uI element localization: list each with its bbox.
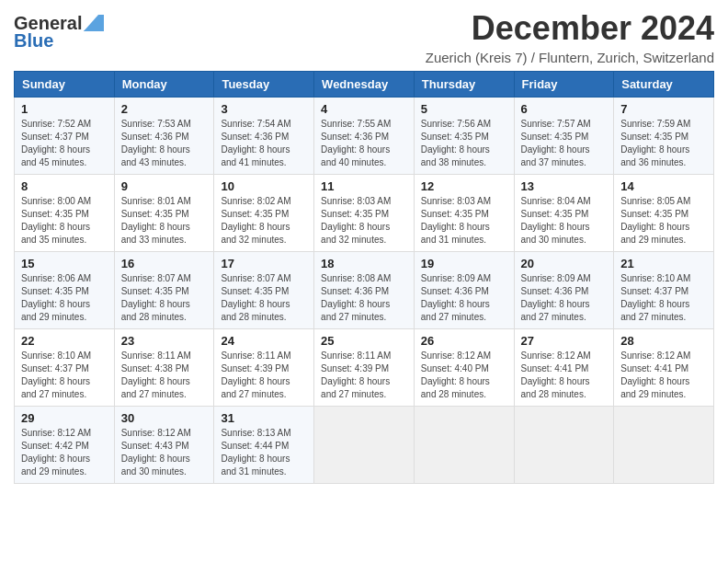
svg-marker-1 [84,15,104,31]
calendar-week-5: 29Sunrise: 8:12 AMSunset: 4:42 PMDayligh… [15,407,714,484]
day-info: Sunrise: 7:53 AMSunset: 4:36 PMDaylight:… [121,118,208,169]
day-number: 20 [521,257,608,270]
day-number: 23 [121,334,208,348]
calendar-cell: 26Sunrise: 8:12 AMSunset: 4:40 PMDayligh… [414,329,514,407]
day-number: 17 [221,257,307,270]
calendar-cell: 22Sunrise: 8:10 AMSunset: 4:37 PMDayligh… [15,329,115,407]
calendar-week-1: 1Sunrise: 7:52 AMSunset: 4:37 PMDaylight… [15,98,714,175]
calendar-cell: 8Sunrise: 8:00 AMSunset: 4:35 PMDaylight… [15,175,115,252]
day-number: 7 [620,102,707,116]
day-number: 24 [221,334,307,348]
day-info: Sunrise: 8:10 AMSunset: 4:37 PMDaylight:… [620,272,707,324]
calendar-cell: 12Sunrise: 8:03 AMSunset: 4:35 PMDayligh… [414,175,514,252]
calendar-cell: 27Sunrise: 8:12 AMSunset: 4:41 PMDayligh… [514,329,614,407]
header-wednesday: Wednesday [314,72,415,98]
calendar-week-2: 8Sunrise: 8:00 AMSunset: 4:35 PMDaylight… [15,175,714,252]
calendar-cell: 24Sunrise: 8:11 AMSunset: 4:39 PMDayligh… [214,329,314,407]
calendar-cell [614,407,714,484]
header-tuesday: Tuesday [214,72,314,98]
calendar-cell: 15Sunrise: 8:06 AMSunset: 4:35 PMDayligh… [15,252,115,329]
calendar-header-row: SundayMondayTuesdayWednesdayThursdayFrid… [15,72,714,98]
header-monday: Monday [114,72,214,98]
title-area: December 2024 Zuerich (Kreis 7) / Flunte… [426,9,714,65]
calendar-cell: 5Sunrise: 7:56 AMSunset: 4:35 PMDaylight… [414,98,514,175]
day-number: 30 [121,411,208,425]
calendar-cell: 7Sunrise: 7:59 AMSunset: 4:35 PMDaylight… [614,98,714,175]
day-info: Sunrise: 8:04 AMSunset: 4:35 PMDaylight:… [521,195,608,247]
day-info: Sunrise: 8:02 AMSunset: 4:35 PMDaylight:… [221,195,307,247]
day-number: 28 [620,334,707,348]
day-info: Sunrise: 8:12 AMSunset: 4:41 PMDaylight:… [521,350,608,401]
day-number: 11 [321,179,407,193]
month-title: December 2024 [426,9,714,48]
location-subtitle: Zuerich (Kreis 7) / Fluntern, Zurich, Sw… [426,50,714,65]
day-info: Sunrise: 7:54 AMSunset: 4:36 PMDaylight:… [221,118,307,169]
day-number: 13 [521,179,608,193]
calendar-cell: 3Sunrise: 7:54 AMSunset: 4:36 PMDaylight… [214,98,314,175]
day-info: Sunrise: 8:11 AMSunset: 4:39 PMDaylight:… [221,350,307,401]
day-number: 8 [21,179,108,193]
calendar-cell: 11Sunrise: 8:03 AMSunset: 4:35 PMDayligh… [314,175,415,252]
calendar-cell: 21Sunrise: 8:10 AMSunset: 4:37 PMDayligh… [614,252,714,329]
calendar-cell: 18Sunrise: 8:08 AMSunset: 4:36 PMDayligh… [314,252,415,329]
day-info: Sunrise: 8:12 AMSunset: 4:40 PMDaylight:… [421,350,507,401]
day-number: 21 [620,257,707,270]
logo: General Blue [14,13,104,52]
calendar-cell: 28Sunrise: 8:12 AMSunset: 4:41 PMDayligh… [614,329,714,407]
calendar-cell: 2Sunrise: 7:53 AMSunset: 4:36 PMDaylight… [114,98,214,175]
calendar-cell: 20Sunrise: 8:09 AMSunset: 4:36 PMDayligh… [514,252,614,329]
day-info: Sunrise: 8:12 AMSunset: 4:41 PMDaylight:… [620,350,707,401]
day-info: Sunrise: 8:13 AMSunset: 4:44 PMDaylight:… [221,427,307,478]
calendar-cell: 13Sunrise: 8:04 AMSunset: 4:35 PMDayligh… [514,175,614,252]
calendar-cell: 10Sunrise: 8:02 AMSunset: 4:35 PMDayligh… [214,175,314,252]
day-number: 9 [121,179,208,193]
day-number: 10 [221,179,307,193]
logo-blue-text: Blue [14,30,53,52]
day-number: 26 [421,334,507,348]
day-number: 5 [421,102,507,116]
calendar-cell: 1Sunrise: 7:52 AMSunset: 4:37 PMDaylight… [15,98,115,175]
calendar-cell: 6Sunrise: 7:57 AMSunset: 4:35 PMDaylight… [514,98,614,175]
day-info: Sunrise: 8:06 AMSunset: 4:35 PMDaylight:… [21,272,108,324]
header-saturday: Saturday [614,72,714,98]
day-info: Sunrise: 8:07 AMSunset: 4:35 PMDaylight:… [121,272,208,324]
calendar-week-4: 22Sunrise: 8:10 AMSunset: 4:37 PMDayligh… [15,329,714,407]
day-info: Sunrise: 8:03 AMSunset: 4:35 PMDaylight:… [421,195,507,247]
day-number: 31 [221,411,307,425]
calendar-week-3: 15Sunrise: 8:06 AMSunset: 4:35 PMDayligh… [15,252,714,329]
day-info: Sunrise: 8:08 AMSunset: 4:36 PMDaylight:… [321,272,407,324]
day-info: Sunrise: 8:01 AMSunset: 4:35 PMDaylight:… [121,195,208,247]
logo-icon [84,15,104,31]
day-info: Sunrise: 8:11 AMSunset: 4:38 PMDaylight:… [121,350,208,401]
day-number: 22 [21,334,108,348]
calendar-cell: 23Sunrise: 8:11 AMSunset: 4:38 PMDayligh… [114,329,214,407]
calendar-cell: 25Sunrise: 8:11 AMSunset: 4:39 PMDayligh… [314,329,415,407]
calendar-cell [414,407,514,484]
day-info: Sunrise: 7:55 AMSunset: 4:36 PMDaylight:… [321,118,407,169]
calendar-cell: 4Sunrise: 7:55 AMSunset: 4:36 PMDaylight… [314,98,415,175]
day-info: Sunrise: 8:05 AMSunset: 4:35 PMDaylight:… [620,195,707,247]
day-number: 6 [521,102,608,116]
calendar-table: SundayMondayTuesdayWednesdayThursdayFrid… [14,71,714,484]
day-number: 3 [221,102,307,116]
day-number: 25 [321,334,407,348]
calendar-cell: 29Sunrise: 8:12 AMSunset: 4:42 PMDayligh… [15,407,115,484]
day-info: Sunrise: 7:59 AMSunset: 4:35 PMDaylight:… [620,118,707,169]
day-info: Sunrise: 7:56 AMSunset: 4:35 PMDaylight:… [421,118,507,169]
calendar-cell: 9Sunrise: 8:01 AMSunset: 4:35 PMDaylight… [114,175,214,252]
calendar-cell: 14Sunrise: 8:05 AMSunset: 4:35 PMDayligh… [614,175,714,252]
day-info: Sunrise: 8:09 AMSunset: 4:36 PMDaylight:… [521,272,608,324]
calendar-cell: 30Sunrise: 8:12 AMSunset: 4:43 PMDayligh… [114,407,214,484]
day-number: 4 [321,102,407,116]
page-header: General Blue December 2024 Zuerich (Krei… [14,9,714,65]
calendar-cell: 19Sunrise: 8:09 AMSunset: 4:36 PMDayligh… [414,252,514,329]
day-info: Sunrise: 8:09 AMSunset: 4:36 PMDaylight:… [421,272,507,324]
day-number: 16 [121,257,208,270]
day-info: Sunrise: 7:52 AMSunset: 4:37 PMDaylight:… [21,118,108,169]
day-info: Sunrise: 8:03 AMSunset: 4:35 PMDaylight:… [321,195,407,247]
day-number: 12 [421,179,507,193]
day-number: 15 [21,257,108,270]
calendar-cell [314,407,415,484]
day-number: 29 [21,411,108,425]
day-number: 2 [121,102,208,116]
